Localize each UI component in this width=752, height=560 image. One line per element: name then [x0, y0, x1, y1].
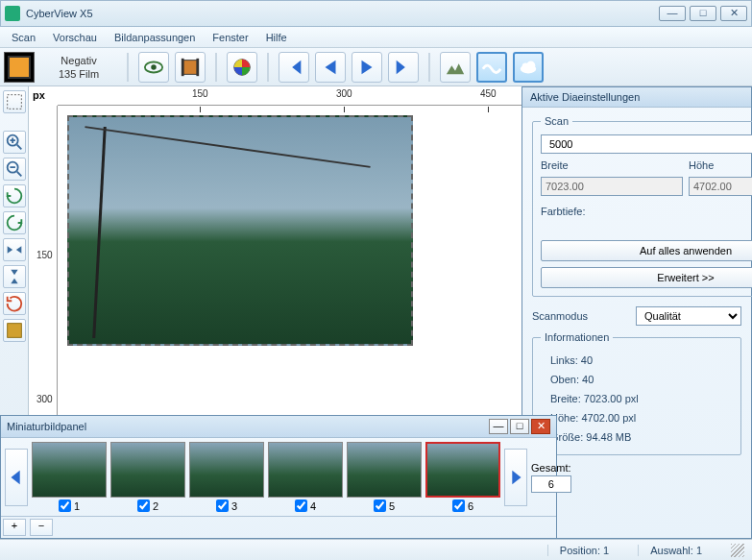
svg-rect-3 — [182, 58, 184, 75]
thumb-image — [425, 442, 500, 498]
info-hoehe: Höhe: 4702.00 pxl — [541, 408, 733, 427]
scanmodus-select[interactable]: Qualität — [636, 306, 741, 326]
thumbnail-panel: Miniaturbildpanel — □ ✕ 1 2 3 4 5 6 Gesa… — [0, 415, 557, 539]
main-toolbar: Negativ 135 Film — [0, 48, 752, 86]
svg-rect-12 — [7, 324, 21, 338]
thumb-number: 2 — [153, 500, 158, 512]
scanmodus-label: Scanmodus — [532, 310, 630, 322]
farbtiefe-label: Farbtiefe: — [541, 206, 748, 217]
thumb-minimize-button[interactable]: — — [489, 419, 508, 434]
info-breite: Breite: 7023.00 pxl — [541, 389, 733, 408]
thumbnail-4[interactable]: 4 — [268, 442, 343, 512]
window-titlebar: CyberView X5 — □ ✕ — [0, 0, 752, 27]
menu-bar: Scan Vorschau Bildanpassungen Fenster Hi… — [0, 27, 752, 48]
media-format: 135 Film — [40, 67, 117, 81]
thumb-next-button[interactable] — [504, 449, 527, 506]
menu-scan[interactable]: Scan — [4, 29, 43, 46]
info-links: Links: 40 — [541, 351, 733, 370]
media-info: Negativ 135 Film — [40, 54, 117, 81]
preview-image[interactable] — [67, 115, 413, 346]
skip-last-icon[interactable] — [388, 52, 419, 83]
film-type-button[interactable] — [4, 52, 35, 83]
thumb-image — [32, 442, 107, 498]
next-icon[interactable] — [352, 52, 382, 83]
apply-all-button[interactable]: Auf alles anwenden — [541, 240, 752, 261]
scan-fieldset: Scan 5000 DPI Breite Höhe Farbtiefe: 8 b… — [532, 115, 752, 297]
skip-first-icon[interactable] — [279, 52, 309, 83]
advanced-button[interactable]: Erweitert >> — [541, 267, 752, 288]
thumb-image — [189, 442, 264, 498]
eye-icon[interactable] — [138, 52, 169, 83]
thumb-image — [110, 442, 185, 498]
cloud-icon[interactable] — [513, 52, 544, 83]
thumb-checkbox[interactable] — [374, 499, 386, 512]
thumb-maximize-button[interactable]: □ — [510, 419, 529, 434]
zoom-in-icon[interactable] — [3, 131, 26, 154]
thumbnail-6[interactable]: 6 — [425, 442, 500, 512]
color-wheel-icon[interactable] — [227, 52, 257, 83]
thumb-checkbox[interactable] — [295, 499, 307, 512]
thumb-checkbox[interactable] — [216, 499, 229, 512]
thumb-checkbox[interactable] — [137, 499, 150, 512]
thumb-zoom-out-button[interactable]: − — [30, 519, 53, 536]
gesamt-value: 6 — [531, 475, 571, 493]
svg-rect-2 — [183, 60, 198, 74]
info-legend: Informationen — [541, 331, 613, 343]
thumb-number: 4 — [310, 500, 316, 512]
gesamt-label: Gesamt: — [531, 462, 571, 474]
thumb-image — [347, 442, 422, 498]
window-title: CyberView X5 — [26, 8, 659, 19]
status-position: Position: 1 — [547, 545, 609, 556]
app-icon — [5, 6, 20, 21]
menu-hilfe[interactable]: Hilfe — [258, 29, 295, 46]
maximize-button[interactable]: □ — [690, 6, 716, 21]
svg-point-8 — [526, 61, 535, 69]
thumb-image — [268, 442, 343, 498]
zoom-out-icon[interactable] — [3, 158, 26, 181]
breite-input[interactable] — [541, 177, 683, 196]
hoehe-label: Höhe — [689, 159, 714, 171]
flip-vertical-icon[interactable] — [3, 265, 26, 288]
svg-rect-4 — [196, 58, 199, 75]
thumb-close-button[interactable]: ✕ — [531, 419, 550, 434]
thumb-number: 3 — [231, 500, 237, 512]
minimize-button[interactable]: — — [659, 6, 686, 21]
thumb-checkbox[interactable] — [452, 499, 465, 512]
hoehe-input[interactable] — [689, 177, 752, 196]
media-type: Negativ — [40, 54, 117, 67]
marquee-icon[interactable] — [3, 90, 26, 113]
filmstrip-icon[interactable] — [175, 52, 206, 83]
dpi-select[interactable]: 5000 — [541, 134, 752, 154]
gesamt-block: Gesamt: 6 — [531, 462, 571, 493]
thumbnail-panel-title: Miniaturbildpanel — [7, 421, 487, 432]
menu-vorschau[interactable]: Vorschau — [45, 29, 105, 46]
thumb-checkbox[interactable] — [59, 499, 71, 512]
svg-rect-9 — [7, 95, 21, 110]
thumbnail-2[interactable]: 2 — [110, 442, 185, 512]
thumb-prev-button[interactable] — [5, 449, 28, 506]
close-button[interactable]: ✕ — [720, 6, 747, 21]
prev-icon[interactable] — [315, 52, 346, 83]
preferences-icon[interactable] — [3, 319, 26, 342]
info-groesse: Größe: 94.48 MB — [541, 427, 733, 447]
menu-fenster[interactable]: Fenster — [205, 29, 255, 46]
menu-bildanpassungen[interactable]: Bildanpassungen — [107, 29, 203, 46]
thumbnail-1[interactable]: 1 — [32, 442, 107, 512]
info-oben: Oben: 40 — [541, 370, 733, 389]
ruler-horizontal: 150 300 450 — [58, 86, 522, 106]
thumbnail-3[interactable]: 3 — [189, 442, 264, 512]
ruler-unit: px — [33, 89, 45, 101]
resize-grip[interactable] — [731, 544, 744, 557]
flip-horizontal-icon[interactable] — [3, 238, 26, 261]
revert-icon[interactable] — [3, 292, 26, 315]
scan-legend: Scan — [541, 115, 572, 127]
thumb-zoom-in-button[interactable]: + — [3, 519, 26, 536]
rotate-right-icon[interactable] — [3, 211, 26, 234]
info-fieldset: Informationen Links: 40 Oben: 40 Breite:… — [532, 331, 741, 455]
thumbnail-5[interactable]: 5 — [347, 442, 422, 512]
svg-point-1 — [151, 64, 157, 70]
breite-label: Breite — [541, 159, 569, 171]
terrain-icon[interactable] — [440, 52, 471, 83]
wave-icon[interactable] — [476, 52, 507, 83]
rotate-left-icon[interactable] — [3, 184, 26, 207]
